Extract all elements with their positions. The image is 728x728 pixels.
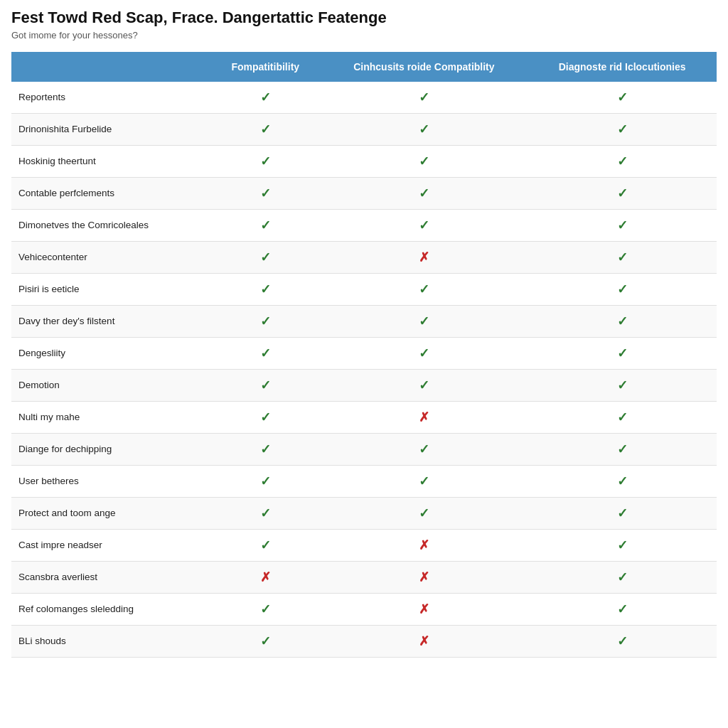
col1-cell: ✓ bbox=[210, 402, 321, 434]
check-icon: ✓ bbox=[617, 538, 628, 552]
check-icon: ✓ bbox=[617, 442, 628, 456]
col3-cell: ✓ bbox=[528, 242, 717, 274]
table-row: Hoskinig theertunt✓✓✓ bbox=[11, 146, 717, 178]
col3-cell: ✓ bbox=[528, 210, 717, 242]
table-row: Scansbra averliest✗✗✓ bbox=[11, 562, 717, 594]
col2-cell: ✗ bbox=[321, 242, 528, 274]
check-icon: ✓ bbox=[419, 378, 429, 392]
col3-cell: ✓ bbox=[528, 530, 717, 562]
col1-cell: ✓ bbox=[210, 530, 321, 562]
check-icon: ✓ bbox=[617, 602, 628, 616]
check-icon: ✓ bbox=[260, 250, 271, 264]
col2-cell: ✗ bbox=[321, 562, 528, 594]
check-icon: ✓ bbox=[419, 186, 429, 200]
feature-cell: Hoskinig theertunt bbox=[11, 146, 210, 178]
check-icon: ✓ bbox=[260, 90, 271, 105]
comparison-table: Fompatitibility Cinhcusits roide Compati… bbox=[11, 52, 717, 658]
check-icon: ✓ bbox=[260, 314, 271, 328]
col3-cell: ✓ bbox=[528, 498, 717, 530]
col1-cell: ✓ bbox=[210, 306, 321, 338]
feature-cell: Nulti my mahe bbox=[11, 402, 210, 434]
col2-cell: ✓ bbox=[321, 146, 528, 178]
check-icon: ✓ bbox=[260, 442, 271, 456]
cross-icon: ✗ bbox=[419, 634, 429, 648]
check-icon: ✓ bbox=[617, 346, 628, 360]
cross-icon: ✗ bbox=[419, 410, 429, 424]
table-row: Demotion✓✓✓ bbox=[11, 370, 717, 402]
col1-cell: ✓ bbox=[210, 274, 321, 306]
table-row: Davy ther dey's filstent✓✓✓ bbox=[11, 306, 717, 338]
table-row: Ref colomanges sleledding✓✗✓ bbox=[11, 594, 717, 626]
col2-cell: ✗ bbox=[321, 530, 528, 562]
check-icon: ✓ bbox=[260, 218, 271, 232]
table-row: Protect and toom ange✓✓✓ bbox=[11, 498, 717, 530]
table-row: Cast impre neadser✓✗✓ bbox=[11, 530, 717, 562]
col2-cell: ✓ bbox=[321, 178, 528, 210]
check-icon: ✓ bbox=[260, 474, 271, 488]
col1-cell: ✓ bbox=[210, 370, 321, 402]
check-icon: ✓ bbox=[617, 186, 628, 200]
table-row: Diange for dechipping✓✓✓ bbox=[11, 434, 717, 466]
check-icon: ✓ bbox=[617, 122, 628, 136]
feature-cell: User betheres bbox=[11, 466, 210, 498]
col2-cell: ✗ bbox=[321, 626, 528, 658]
table-row: User betheres✓✓✓ bbox=[11, 466, 717, 498]
check-icon: ✓ bbox=[260, 506, 271, 520]
table-row: Dengesliity✓✓✓ bbox=[11, 338, 717, 370]
col3-cell: ✓ bbox=[528, 626, 717, 658]
table-header: Fompatitibility Cinhcusits roide Compati… bbox=[11, 52, 717, 82]
col3-cell: ✓ bbox=[528, 82, 717, 114]
col1-cell: ✗ bbox=[210, 562, 321, 594]
check-icon: ✓ bbox=[617, 314, 628, 328]
col2-cell: ✓ bbox=[321, 498, 528, 530]
col2-cell: ✓ bbox=[321, 82, 528, 114]
check-icon: ✓ bbox=[617, 282, 628, 296]
col3-cell: ✓ bbox=[528, 434, 717, 466]
feature-cell: BLi shouds bbox=[11, 626, 210, 658]
col3-cell: ✓ bbox=[528, 146, 717, 178]
col2-cell: ✓ bbox=[321, 338, 528, 370]
col2-cell: ✓ bbox=[321, 306, 528, 338]
col2-cell: ✗ bbox=[321, 402, 528, 434]
check-icon: ✓ bbox=[617, 410, 628, 424]
col2-cell: ✗ bbox=[321, 594, 528, 626]
check-icon: ✓ bbox=[617, 474, 628, 488]
col2-cell: ✓ bbox=[321, 114, 528, 146]
check-icon: ✓ bbox=[419, 122, 429, 136]
check-icon: ✓ bbox=[260, 410, 271, 424]
col2-cell: ✓ bbox=[321, 210, 528, 242]
header-row: Fompatitibility Cinhcusits roide Compati… bbox=[11, 52, 717, 82]
check-icon: ✓ bbox=[260, 538, 271, 552]
cross-icon: ✗ bbox=[260, 570, 271, 584]
check-icon: ✓ bbox=[617, 90, 628, 105]
cross-icon: ✗ bbox=[419, 570, 429, 584]
col1-cell: ✓ bbox=[210, 114, 321, 146]
feature-cell: Reportents bbox=[11, 82, 210, 114]
check-icon: ✓ bbox=[260, 378, 271, 392]
cross-icon: ✗ bbox=[419, 602, 429, 616]
col-feature-header bbox=[11, 52, 210, 82]
page-subtitle: Got imome for your hessones? bbox=[11, 30, 717, 41]
check-icon: ✓ bbox=[260, 186, 271, 200]
check-icon: ✓ bbox=[419, 154, 429, 168]
table-row: Nulti my mahe✓✗✓ bbox=[11, 402, 717, 434]
check-icon: ✓ bbox=[419, 90, 429, 105]
feature-cell: Vehicecontenter bbox=[11, 242, 210, 274]
check-icon: ✓ bbox=[617, 506, 628, 520]
check-icon: ✓ bbox=[617, 250, 628, 264]
check-icon: ✓ bbox=[617, 378, 628, 392]
feature-cell: Drinonishita Furbelide bbox=[11, 114, 210, 146]
table-row: Dimonetves the Comricoleales✓✓✓ bbox=[11, 210, 717, 242]
check-icon: ✓ bbox=[260, 602, 271, 616]
check-icon: ✓ bbox=[419, 506, 429, 520]
table-row: Drinonishita Furbelide✓✓✓ bbox=[11, 114, 717, 146]
table-row: Pisiri is eeticle✓✓✓ bbox=[11, 274, 717, 306]
table-row: Vehicecontenter✓✗✓ bbox=[11, 242, 717, 274]
col3-cell: ✓ bbox=[528, 178, 717, 210]
check-icon: ✓ bbox=[260, 634, 271, 648]
table-row: Reportents✓✓✓ bbox=[11, 82, 717, 114]
check-icon: ✓ bbox=[419, 282, 429, 296]
col3-cell: ✓ bbox=[528, 466, 717, 498]
check-icon: ✓ bbox=[260, 154, 271, 168]
check-icon: ✓ bbox=[260, 122, 271, 136]
